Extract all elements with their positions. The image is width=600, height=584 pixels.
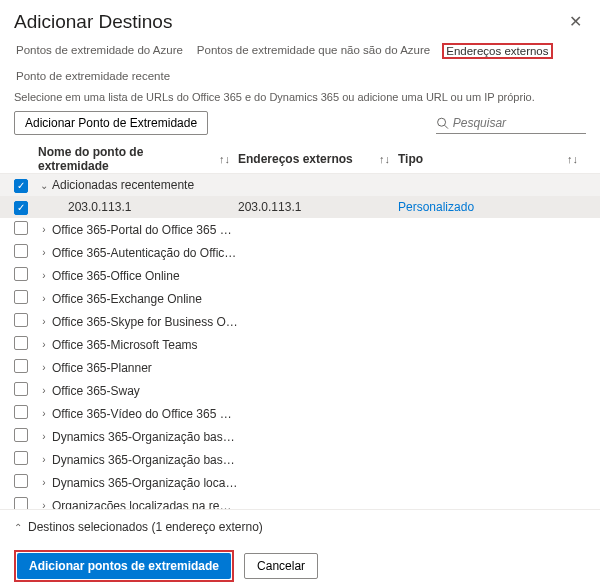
group-label: Organizações localizadas na região ... (52, 499, 238, 511)
group-label: Office 365-Autenticação do Office 3... (52, 246, 238, 260)
group-label: Office 365-Skype for Business Online (52, 315, 238, 329)
table-body[interactable]: ⌄ Adicionadas recentemente 203.0.113.1 2… (0, 174, 600, 510)
cancel-button[interactable]: Cancelar (244, 553, 318, 579)
column-address[interactable]: Endereços externos (238, 152, 353, 166)
column-name[interactable]: Nome do ponto de extremidade (38, 145, 215, 173)
hint-text: Selecione em uma lista de URLs do Office… (0, 91, 600, 111)
group-row[interactable]: ›Dynamics 365-Organização localiza... (0, 471, 600, 494)
chevron-right-icon[interactable]: › (38, 293, 50, 304)
group-row[interactable]: ›Office 365-Microsoft Teams (0, 333, 600, 356)
group-row[interactable]: ›Office 365-Sway (0, 379, 600, 402)
table-row-selected[interactable]: 203.0.113.1 203.0.113.1 Personalizado (0, 196, 600, 218)
tab-non-azure-endpoints[interactable]: Pontos de extremidade que não são do Azu… (195, 43, 432, 59)
chevron-right-icon[interactable]: › (38, 316, 50, 327)
sort-icon[interactable]: ↑↓ (379, 153, 398, 165)
checkbox[interactable] (14, 474, 28, 488)
chevron-right-icon[interactable]: › (38, 408, 50, 419)
group-label: Office 365-Vídeo do Office 365 e Mi... (52, 407, 238, 421)
group-label: Office 365-Microsoft Teams (52, 338, 198, 352)
close-icon[interactable]: ✕ (565, 10, 586, 33)
chevron-right-icon[interactable]: › (38, 247, 50, 258)
group-row[interactable]: ›Dynamics 365-Organização baseada... (0, 425, 600, 448)
chevron-right-icon[interactable]: › (38, 270, 50, 281)
group-row[interactable]: ›Office 365-Skype for Business Online (0, 310, 600, 333)
chevron-right-icon[interactable]: › (38, 477, 50, 488)
endpoint-type[interactable]: Personalizado (398, 200, 586, 214)
add-endpoints-button[interactable]: Adicionar pontos de extremidade (17, 553, 231, 579)
add-endpoint-button[interactable]: Adicionar Ponto de Extremidade (14, 111, 208, 135)
checkbox[interactable] (14, 359, 28, 373)
checkbox[interactable] (14, 428, 28, 442)
group-label: Office 365-Planner (52, 361, 152, 375)
group-row[interactable]: ›Organizações localizadas na região ... (0, 494, 600, 510)
checkbox[interactable] (14, 267, 28, 281)
search-input-wrapper[interactable] (436, 113, 586, 134)
chevron-right-icon[interactable]: › (38, 224, 50, 235)
group-row[interactable]: ›Office 365-Vídeo do Office 365 e Mi... (0, 402, 600, 425)
chevron-right-icon[interactable]: › (38, 431, 50, 442)
group-row[interactable]: ›Office 365-Exchange Online (0, 287, 600, 310)
svg-line-1 (445, 125, 448, 128)
svg-point-0 (438, 118, 446, 126)
checkbox[interactable] (14, 336, 28, 350)
checkbox[interactable] (14, 201, 28, 215)
checkbox[interactable] (14, 405, 28, 419)
tab-azure-endpoints[interactable]: Pontos de extremidade do Azure (14, 43, 185, 59)
checkbox[interactable] (14, 497, 28, 510)
sort-icon[interactable]: ↑↓ (219, 153, 238, 165)
checkbox[interactable] (14, 179, 28, 193)
group-row[interactable]: ›Office 365-Office Online (0, 264, 600, 287)
chevron-up-icon[interactable]: ⌃ (14, 522, 22, 533)
checkbox[interactable] (14, 221, 28, 235)
group-label: Office 365-Sway (52, 384, 140, 398)
checkbox[interactable] (14, 313, 28, 327)
chevron-right-icon[interactable]: › (38, 454, 50, 465)
group-label: Adicionadas recentemente (52, 178, 194, 192)
chevron-right-icon[interactable]: › (38, 385, 50, 396)
checkbox[interactable] (14, 290, 28, 304)
group-label: Office 365-Exchange Online (52, 292, 202, 306)
group-row[interactable]: ›Office 365-Portal do Office 365 e co... (0, 218, 600, 241)
dialog-title: Adicionar Destinos (14, 11, 172, 33)
selection-summary: Destinos selecionados (1 endereço extern… (28, 520, 263, 534)
group-label: Office 365-Portal do Office 365 e co... (52, 223, 238, 237)
group-label: Dynamics 365-Organização baseada... (52, 453, 238, 467)
column-type[interactable]: Tipo (398, 152, 423, 166)
sort-icon[interactable]: ↑↓ (567, 153, 586, 165)
search-icon (436, 116, 449, 130)
checkbox[interactable] (14, 382, 28, 396)
chevron-right-icon[interactable]: › (38, 362, 50, 373)
chevron-right-icon[interactable]: › (38, 500, 50, 510)
checkbox[interactable] (14, 451, 28, 465)
group-row[interactable]: ›Office 365-Planner (0, 356, 600, 379)
group-row[interactable]: ›Dynamics 365-Organização baseada... (0, 448, 600, 471)
table-header: Nome do ponto de extremidade ↑↓ Endereço… (0, 145, 600, 174)
group-label: Office 365-Office Online (52, 269, 180, 283)
tab-external-addresses[interactable]: Endereços externos (442, 43, 552, 59)
endpoint-name: 203.0.113.1 (68, 200, 131, 214)
chevron-down-icon[interactable]: ⌄ (38, 180, 50, 191)
chevron-right-icon[interactable]: › (38, 339, 50, 350)
group-row-recent[interactable]: ⌄ Adicionadas recentemente (0, 174, 600, 196)
checkbox[interactable] (14, 244, 28, 258)
tab-recent-endpoint[interactable]: Ponto de extremidade recente (14, 69, 172, 83)
search-input[interactable] (449, 113, 586, 133)
group-label: Dynamics 365-Organização localiza... (52, 476, 238, 490)
endpoint-address: 203.0.113.1 (238, 200, 398, 214)
group-row[interactable]: ›Office 365-Autenticação do Office 3... (0, 241, 600, 264)
group-label: Dynamics 365-Organização baseada... (52, 430, 238, 444)
